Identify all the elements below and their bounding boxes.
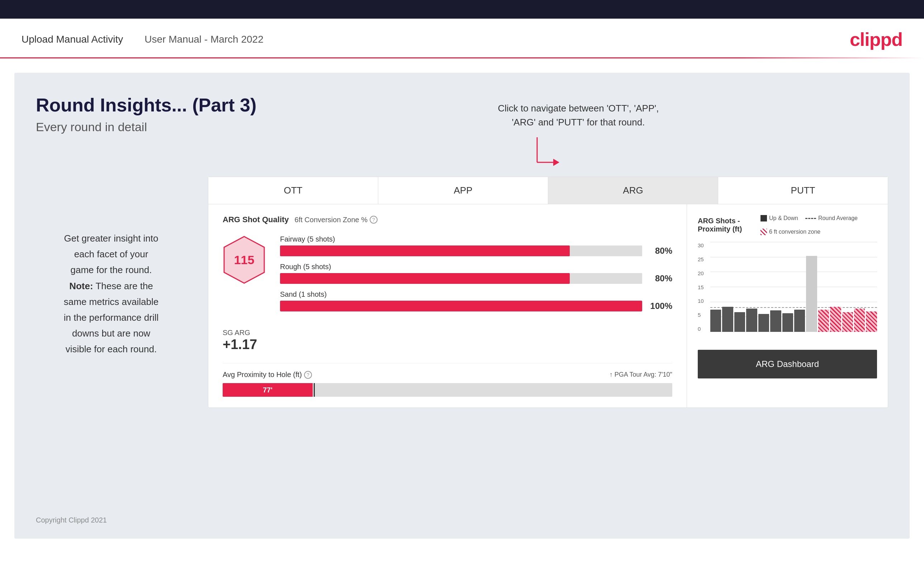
chart-bar-hatch-3 [842, 312, 853, 332]
top-bar [0, 0, 924, 19]
bar-container-sand: 100% [280, 301, 672, 311]
score-row: 115 Fairway (5 shots) 80% [223, 235, 672, 318]
bar-pct-sand: 100% [647, 301, 672, 311]
nav-annotation: Click to navigate between 'OTT', 'APP','… [498, 102, 659, 129]
proximity-bar-fill: 77' [223, 383, 313, 397]
card-body: ARG Shot Quality 6ft Conversion Zone % ?… [208, 204, 888, 408]
legend-round-avg: Round Average [805, 215, 858, 221]
bar-row-sand: Sand (1 shots) 100% [280, 290, 672, 311]
proximity-section: Avg Proximity to Hole (ft) ? ↑ PGA Tour … [223, 363, 672, 397]
chart-title: ARG Shots - Proximity (ft) [698, 217, 761, 233]
bar-label-sand: Sand (1 shots) [280, 290, 672, 298]
proximity-label: Avg Proximity to Hole (ft) ? [223, 371, 312, 379]
proximity-avg: ↑ PGA Tour Avg: 7'10" [609, 371, 672, 379]
bar-track-fairway [280, 245, 642, 256]
arg-dashboard-button[interactable]: ARG Dashboard [698, 350, 877, 379]
nav-arrow [533, 134, 562, 178]
bar-row-fairway: Fairway (5 shots) 80% [280, 235, 672, 256]
chart-bar-1 [710, 309, 721, 332]
proximity-label-text: Avg Proximity to Hole (ft) [223, 371, 302, 379]
bar-container-fairway: 80% [280, 245, 672, 256]
footer: Copyright Clippd 2021 [36, 516, 107, 524]
nav-annotation-text: Click to navigate between 'OTT', 'APP','… [498, 103, 659, 127]
panel-header: ARG Shot Quality 6ft Conversion Zone % ? [223, 215, 672, 224]
chart-bar-hatch-2 [830, 307, 841, 332]
chart-bar-tall [806, 256, 817, 332]
help-icon[interactable]: ? [370, 216, 378, 224]
bar-row-rough: Rough (5 shots) 80% [280, 263, 672, 284]
legend-6ft-label: 6 ft conversion zone [769, 229, 821, 235]
sg-value: +1.17 [223, 337, 672, 352]
logo[interactable]: clippd [850, 29, 903, 50]
conversion-zone-label: 6ft Conversion Zone % [295, 216, 368, 224]
chart-header: ARG Shots - Proximity (ft) Up & Down Rou… [698, 215, 877, 235]
sg-label: SG ARG [223, 329, 672, 337]
legend-box-icon [761, 215, 767, 221]
section-subtitle: Every round in detail [36, 120, 888, 134]
left-panel: ARG Shot Quality 6ft Conversion Zone % ?… [208, 204, 687, 408]
bar-label-fairway: Fairway (5 shots) [280, 235, 672, 243]
chart-y-axis: 0 5 10 15 20 25 30 [698, 242, 709, 332]
chart-area [710, 242, 877, 332]
legend-up-down: Up & Down [761, 215, 798, 221]
bar-fill-fairway [280, 245, 570, 256]
proximity-header: Avg Proximity to Hole (ft) ? ↑ PGA Tour … [223, 371, 672, 379]
legend-up-down-label: Up & Down [769, 215, 798, 221]
section-title: Round Insights... (Part 3) [36, 94, 888, 116]
tab-app[interactable]: APP [378, 177, 548, 204]
hex-score: 115 [234, 253, 255, 267]
bar-fill-rough [280, 273, 570, 284]
bar-chart: 0 5 10 15 20 25 30 [698, 242, 877, 343]
legend-6ft: 6 ft conversion zone [761, 229, 821, 235]
bar-track-rough [280, 273, 642, 284]
bar-container-rough: 80% [280, 273, 672, 284]
bar-pct-rough: 80% [647, 274, 672, 284]
chart-bar-5 [758, 314, 769, 332]
legend-dash-icon [805, 218, 816, 219]
tab-putt[interactable]: PUTT [718, 177, 888, 204]
tab-arg[interactable]: ARG [548, 177, 718, 204]
chart-bar-hatch-5 [866, 311, 877, 332]
left-insight-text: Get greater insight into each facet of y… [36, 230, 186, 357]
proximity-bar-track: 77' [223, 383, 672, 397]
bars-section: Fairway (5 shots) 80% Rough (5 shots) [280, 235, 672, 318]
proximity-help-icon[interactable]: ? [304, 371, 312, 379]
bar-fill-sand [280, 301, 642, 311]
chart-bar-3 [734, 312, 745, 332]
legend-round-avg-label: Round Average [818, 215, 858, 221]
chart-bar-7 [782, 313, 793, 332]
copyright: Copyright Clippd 2021 [36, 516, 107, 524]
dashboard-card: OTT APP ARG PUTT ARG Shot Quality 6ft Co… [208, 177, 888, 408]
chart-bar-hatch-1 [818, 309, 829, 332]
chart-bar-4 [746, 309, 757, 332]
header: Upload Manual Activity User Manual - Mar… [0, 19, 924, 57]
tabs: OTT APP ARG PUTT [208, 177, 888, 204]
proximity-cursor [314, 383, 315, 397]
upload-label[interactable]: Upload Manual Activity [21, 34, 123, 45]
bar-label-rough: Rough (5 shots) [280, 263, 672, 271]
tab-ott[interactable]: OTT [208, 177, 378, 204]
chart-bar-8 [794, 309, 805, 332]
right-panel: ARG Shots - Proximity (ft) Up & Down Rou… [687, 204, 888, 408]
svg-marker-2 [553, 159, 559, 166]
panel-header-title: ARG Shot Quality [223, 215, 289, 224]
chart-bar-2 [722, 307, 733, 332]
hex-container: 115 [223, 235, 266, 285]
header-divider [0, 57, 924, 58]
legend-hatch-icon [761, 229, 767, 235]
bar-track-sand [280, 301, 642, 311]
header-left: Upload Manual Activity User Manual - Mar… [21, 34, 263, 45]
chart-bar-hatch-4 [854, 309, 865, 332]
main-content: Round Insights... (Part 3) Every round i… [15, 73, 909, 539]
sg-section: SG ARG +1.17 [223, 329, 672, 352]
note-bold: Note: [69, 280, 93, 292]
page-title: User Manual - March 2022 [144, 34, 263, 45]
chart-bar-6 [770, 310, 781, 332]
panel-header-sub: 6ft Conversion Zone % ? [295, 216, 378, 224]
chart-legend: Up & Down Round Average 6 ft conversion … [761, 215, 877, 235]
bar-pct-fairway: 80% [647, 246, 672, 256]
